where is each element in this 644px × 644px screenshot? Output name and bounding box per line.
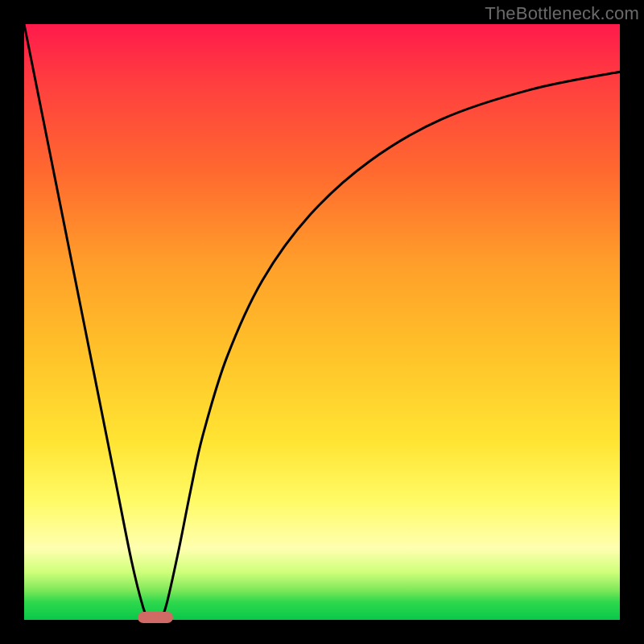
chart-frame: TheBottleneck.com (0, 0, 644, 644)
watermark-text: TheBottleneck.com (485, 3, 639, 24)
curve-right-branch (161, 72, 620, 620)
minimum-marker (138, 612, 173, 623)
curve-left-branch (24, 24, 149, 620)
plot-area (24, 24, 620, 620)
bottleneck-curve (24, 24, 620, 620)
